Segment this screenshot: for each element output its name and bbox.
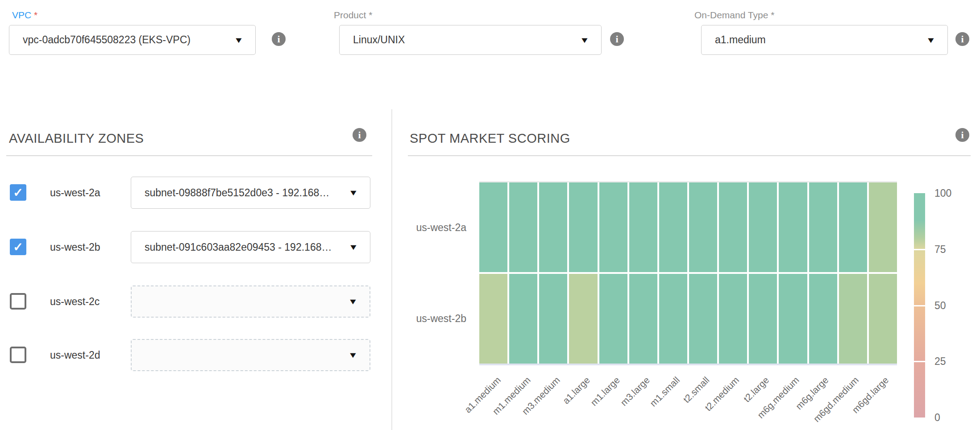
colorbar-tick-label: 0 — [934, 412, 940, 424]
heatmap-cell-us-west-2a-m3.large[interactable] — [629, 182, 657, 272]
az-checkbox-us-west-2c[interactable] — [10, 293, 26, 310]
heatmap-cell-us-west-2a-m1.small[interactable] — [659, 182, 687, 272]
vpc-select[interactable]: vpc-0adcb70f645508223 (EKS-VPC) ▼ — [9, 25, 256, 55]
subnet-select-us-west-2c[interactable]: ▼ — [131, 285, 370, 318]
az-zone-label: us-west-2a — [50, 187, 100, 199]
heatmap-cell-us-west-2b-a1.large[interactable] — [569, 274, 597, 364]
az-zone-label: us-west-2d — [50, 349, 100, 361]
heatmap-row-label: us-west-2a — [393, 222, 466, 234]
az-checkbox-us-west-2d[interactable] — [10, 347, 26, 363]
heatmap-cell-us-west-2a-a1.medium[interactable] — [479, 182, 507, 272]
az-zone-label: us-west-2b — [50, 241, 100, 253]
on-demand-type-label: On-Demand Type * — [694, 10, 774, 21]
product-select[interactable]: Linux/UNIX ▼ — [339, 25, 602, 55]
heatmap-cell-us-west-2a-m6g.medium[interactable] — [779, 182, 807, 272]
az-checkbox-us-west-2a[interactable]: ✓ — [10, 184, 26, 201]
heatmap-cell-us-west-2a-m1.medium[interactable] — [509, 182, 537, 272]
heatmap-x-label: a1.large — [561, 375, 592, 406]
chevron-down-icon: ▼ — [349, 189, 358, 197]
product-label: Product * — [334, 10, 372, 21]
vpc-required-asterisk: * — [34, 10, 37, 20]
subnet-select-us-west-2d[interactable]: ▼ — [131, 339, 370, 371]
vpc-info-icon[interactable]: i — [272, 32, 286, 46]
section-divider — [391, 109, 392, 430]
heatmap-cell-us-west-2a-m6g.large[interactable] — [809, 182, 837, 272]
heatmap-cell-us-west-2b-m6gd.large[interactable] — [869, 274, 897, 364]
colorbar-tick-label: 50 — [934, 300, 946, 312]
availability-zones-title: AVAILABILITY ZONES — [9, 131, 144, 146]
heatmap-cell-us-west-2b-t2.medium[interactable] — [719, 274, 747, 364]
az-checkbox-us-west-2b[interactable]: ✓ — [10, 239, 26, 255]
product-info-icon[interactable]: i — [610, 32, 624, 46]
chevron-down-icon: ▼ — [926, 36, 936, 44]
heatmap-cell-us-west-2b-m3.medium[interactable] — [539, 274, 567, 364]
availability-zones-divider — [6, 155, 372, 156]
heatmap-cell-us-west-2b-m6g.medium[interactable] — [779, 274, 807, 364]
heatmap-colorbar — [914, 193, 925, 418]
heatmap-cell-us-west-2b-m1.large[interactable] — [599, 274, 627, 364]
heatmap-x-label: m1.small — [648, 375, 681, 409]
availability-zones-info-icon[interactable]: i — [353, 128, 366, 142]
colorbar-tick-label: 75 — [934, 244, 946, 256]
heatmap-cell-us-west-2a-m6gd.medium[interactable] — [839, 182, 867, 272]
product-required-asterisk: * — [369, 10, 372, 20]
heatmap-cell-us-west-2b-a1.medium[interactable] — [479, 274, 507, 364]
colorbar-tick-label: 100 — [934, 187, 951, 199]
colorbar-tick — [914, 361, 925, 362]
heatmap-x-label: m1.large — [589, 375, 622, 408]
on-demand-type-select-value: a1.medium — [715, 34, 766, 46]
heatmap-cell-us-west-2a-t2.medium[interactable] — [719, 182, 747, 272]
heatmap-cell-us-west-2b-t2.large[interactable] — [749, 274, 777, 364]
heatmap-cell-us-west-2b-m1.small[interactable] — [659, 274, 687, 364]
az-zone-label: us-west-2c — [50, 296, 100, 308]
subnet-select-us-west-2b[interactable]: subnet-091c603aa82e09453 - 192.168…▼ — [131, 231, 370, 263]
heatmap-cell-us-west-2b-m6g.large[interactable] — [809, 274, 837, 364]
vpc-label: VPC * — [12, 10, 37, 21]
subnet-select-value: subnet-091c603aa82e09453 - 192.168… — [145, 241, 332, 253]
heatmap-cell-us-west-2b-m3.large[interactable] — [629, 274, 657, 364]
heatmap-cell-us-west-2a-m1.large[interactable] — [599, 182, 627, 272]
spot-market-scoring-info-icon[interactable]: i — [955, 128, 969, 142]
chevron-down-icon: ▼ — [349, 243, 358, 251]
on-demand-type-label-text: On-Demand Type — [694, 10, 768, 20]
heatmap-cell-us-west-2a-m3.medium[interactable] — [539, 182, 567, 272]
heatmap-cell-us-west-2a-a1.large[interactable] — [569, 182, 597, 272]
vpc-label-text: VPC — [12, 10, 31, 20]
heatmap-column-labels: a1.mediumm1.mediumm3.mediuma1.largem1.la… — [479, 373, 897, 430]
chevron-down-icon: ▼ — [580, 36, 590, 44]
chevron-down-icon: ▼ — [348, 298, 358, 306]
product-label-text: Product — [334, 10, 366, 20]
chevron-down-icon: ▼ — [348, 351, 358, 359]
on-demand-type-info-icon[interactable]: i — [955, 32, 969, 46]
page: VPC * vpc-0adcb70f645508223 (EKS-VPC) ▼ … — [0, 0, 980, 430]
subnet-select-us-west-2a[interactable]: subnet-09888f7be5152d0e3 - 192.168…▼ — [131, 177, 370, 209]
heatmap-x-label: t2.large — [742, 375, 772, 405]
product-select-value: Linux/UNIX — [353, 34, 405, 46]
vpc-select-value: vpc-0adcb70f645508223 (EKS-VPC) — [23, 34, 191, 46]
colorbar-tick — [914, 249, 925, 250]
heatmap-cell-us-west-2b-m6gd.medium[interactable] — [839, 274, 867, 364]
spot-market-scoring-divider — [408, 155, 971, 156]
heatmap-cell-us-west-2b-m1.medium[interactable] — [509, 274, 537, 364]
heatmap-cell-us-west-2a-m6gd.large[interactable] — [869, 182, 897, 272]
heatmap-cell-us-west-2a-t2.small[interactable] — [689, 182, 717, 272]
colorbar-tick-label: 25 — [934, 356, 946, 368]
heatmap-cell-us-west-2b-t2.small[interactable] — [689, 274, 717, 364]
chevron-down-icon: ▼ — [234, 36, 244, 44]
on-demand-type-select[interactable]: a1.medium ▼ — [701, 25, 948, 55]
heatmap-row-label: us-west-2b — [393, 313, 466, 325]
heatmap — [479, 181, 897, 365]
heatmap-cell-us-west-2a-t2.large[interactable] — [749, 182, 777, 272]
on-demand-required-asterisk: * — [771, 10, 774, 20]
heatmap-x-label: m3.large — [619, 375, 652, 408]
colorbar-tick — [914, 305, 925, 306]
spot-market-scoring-title: SPOT MARKET SCORING — [410, 131, 570, 146]
subnet-select-value: subnet-09888f7be5152d0e3 - 192.168… — [145, 187, 329, 199]
